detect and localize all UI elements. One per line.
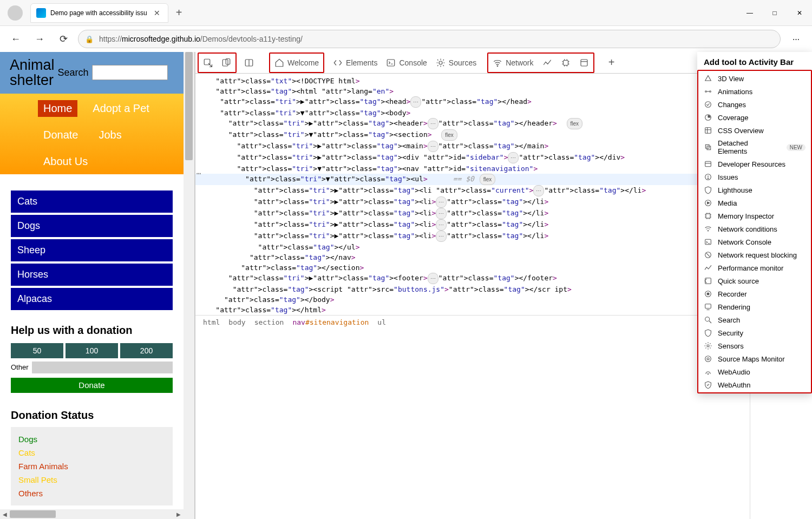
popup-item-changes[interactable]: Changes	[698, 98, 811, 111]
breadcrumb-nav[interactable]: nav#sitenavigation	[292, 317, 369, 327]
dom-line-20[interactable]: "attr">class="tag"></body>	[195, 294, 750, 305]
devtools-tab-elements[interactable]: Elements	[329, 53, 382, 73]
dom-line-0[interactable]: "attr">class="txt"><!DOCTYPE html>	[195, 76, 750, 86]
popup-item-lighthouse[interactable]: Lighthouse	[698, 183, 811, 196]
dom-line-9[interactable]: "attr">class="tri">▼"attr">class="tag"><…	[195, 174, 750, 185]
dom-line-12[interactable]: "attr">class="tri">▶"attr">class="tag"><…	[195, 208, 750, 219]
popup-item-security[interactable]: Security	[698, 326, 811, 339]
horizontal-scrollbar[interactable]: ◀▶	[0, 509, 184, 519]
profile-avatar[interactable]	[8, 5, 23, 21]
sidebar-item-horses[interactable]: Horses	[11, 264, 173, 286]
dom-line-2[interactable]: "attr">class="tri">▶"attr">class="tag"><…	[195, 96, 750, 108]
devtools-tab-memory[interactable]	[556, 53, 575, 73]
popup-item-search[interactable]: Search	[698, 313, 811, 326]
browser-tab[interactable]: Demo page with accessibility issu ✕	[30, 3, 168, 23]
popup-item-network-console[interactable]: Network Console	[698, 235, 811, 248]
popup-item-network-conditions[interactable]: Network conditions	[698, 222, 811, 235]
popup-item-webauthn[interactable]: WebAuthn	[698, 378, 811, 391]
breadcrumb-body[interactable]: body	[228, 317, 245, 327]
dom-gutter-actions-icon[interactable]: ⋯	[197, 168, 201, 179]
devtools-tab-network[interactable]: Network	[488, 53, 538, 73]
popup-item-network-request-blocking[interactable]: Network request blocking	[698, 248, 811, 261]
breadcrumb-ul[interactable]: ul	[377, 317, 386, 327]
popup-item-css-overview[interactable]: CSS Overview	[698, 124, 811, 137]
donate-amount-50[interactable]: 50	[11, 343, 63, 358]
window-minimize-button[interactable]: —	[737, 2, 762, 24]
devtools-tab-sources[interactable]: Sources	[431, 53, 481, 73]
nav-item-about-us[interactable]: About Us	[38, 153, 93, 170]
donate-amount-100[interactable]: 100	[66, 343, 118, 358]
popup-item-recorder[interactable]: Recorder	[698, 287, 811, 300]
add-tool-button[interactable]: +	[602, 53, 621, 73]
vertical-scrollbar[interactable]	[184, 52, 194, 519]
donate-amount-200[interactable]: 200	[120, 343, 173, 358]
browser-menu-button[interactable]: ⋯	[786, 29, 806, 49]
dom-line-19[interactable]: "attr">class="tag"><script "attr">src="b…	[195, 284, 750, 294]
page-header: Animalshelter Search	[0, 52, 184, 94]
reload-button[interactable]: ⟳	[54, 30, 73, 48]
dom-line-1[interactable]: "attr">class="tag"><html "attr">lang="en…	[195, 86, 750, 96]
dom-line-18[interactable]: "attr">class="tri">▶"attr">class="tag"><…	[195, 273, 750, 284]
dom-line-21[interactable]: "attr">class="tag"></html>	[195, 305, 750, 315]
new-tab-button[interactable]: +	[176, 6, 182, 19]
dock-side-button[interactable]	[240, 53, 258, 73]
nav-item-donate[interactable]: Donate	[38, 127, 84, 143]
donate-button[interactable]: Donate	[11, 378, 173, 393]
devtools-tab-console[interactable]: Console	[382, 53, 431, 73]
popup-item-webaudio[interactable]: WebAudio	[698, 365, 811, 378]
dom-line-6[interactable]: "attr">class="tri">▶"attr">class="tag"><…	[195, 141, 750, 152]
nav-item-home[interactable]: Home	[38, 100, 77, 117]
dom-tree[interactable]: ⋯ "attr">class="txt"><!DOCTYPE html> "at…	[195, 74, 750, 519]
popup-item-issues[interactable]: Issues	[698, 170, 811, 183]
svg-point-15	[705, 102, 711, 108]
popup-item-3d-view[interactable]: 3D View	[698, 72, 811, 85]
nav-item-jobs[interactable]: Jobs	[94, 127, 127, 143]
inspect-element-button[interactable]	[199, 53, 217, 73]
popup-item-animations[interactable]: Animations	[698, 85, 811, 98]
forward-button[interactable]: →	[30, 30, 49, 48]
devtools-tab-performance[interactable]	[538, 53, 556, 73]
svg-rect-8	[563, 60, 568, 65]
popup-item-source-maps-monitor[interactable]: Source Maps Monitor	[698, 352, 811, 365]
dom-line-15[interactable]: "attr">class="tag"></ul>	[195, 242, 750, 252]
popup-item-memory-inspector[interactable]: Memory Inspector	[698, 209, 811, 222]
popup-item-detached-elements[interactable]: Detached ElementsNEW	[698, 137, 811, 157]
devtools-tab-application[interactable]	[575, 53, 593, 73]
dom-line-5[interactable]: "attr">class="tri">▼"attr">class="tag"><…	[195, 129, 750, 141]
popup-item-rendering[interactable]: Rendering	[698, 300, 811, 313]
dom-line-8[interactable]: "attr">class="tri">▼"attr">class="tag"><…	[195, 163, 750, 174]
popup-item-performance-monitor[interactable]: Performance monitor	[698, 261, 811, 274]
breadcrumb-section[interactable]: section	[254, 317, 284, 327]
back-button[interactable]: ←	[6, 30, 25, 48]
address-bar[interactable]: 🔒 https://microsoftedge.github.io/Demos/…	[78, 30, 781, 48]
other-amount-input[interactable]	[32, 362, 173, 373]
status-dogs: Dogs	[18, 435, 165, 444]
popup-item-quick-source[interactable]: Quick source	[698, 274, 811, 287]
devtools-tab-welcome[interactable]: Welcome	[270, 53, 323, 73]
sidebar-item-sheep[interactable]: Sheep	[11, 239, 173, 261]
sidebar-item-cats[interactable]: Cats	[11, 190, 173, 213]
popup-item-media[interactable]: Media	[698, 196, 811, 209]
dom-line-10[interactable]: "attr">class="tri">▶"attr">class="tag"><…	[195, 185, 750, 196]
dom-line-11[interactable]: "attr">class="tri">▶"attr">class="tag"><…	[195, 196, 750, 208]
window-close-button[interactable]: ✕	[787, 2, 812, 24]
popup-item-coverage[interactable]: Coverage	[698, 111, 811, 124]
dom-line-7[interactable]: "attr">class="tri">▶"attr">class="tag"><…	[195, 152, 750, 163]
dom-line-13[interactable]: "attr">class="tri">▶"attr">class="tag"><…	[195, 219, 750, 231]
breadcrumb-html[interactable]: html	[203, 317, 220, 327]
popup-item-developer-resources[interactable]: Developer Resources	[698, 157, 811, 170]
dom-line-3[interactable]: "attr">class="tri">▼"attr">class="tag"><…	[195, 108, 750, 118]
dom-line-16[interactable]: "attr">class="tag"></nav>	[195, 252, 750, 262]
nav-item-adopt-a-pet[interactable]: Adopt a Pet	[87, 100, 155, 117]
dom-breadcrumb[interactable]: html body section nav#sitenavigation ul	[195, 315, 750, 329]
sidebar-item-alpacas[interactable]: Alpacas	[11, 288, 173, 310]
device-toolbar-button[interactable]	[217, 53, 235, 73]
dom-line-17[interactable]: "attr">class="tag"></section>	[195, 262, 750, 273]
search-input[interactable]	[92, 65, 168, 80]
tab-close-button[interactable]: ✕	[152, 8, 162, 18]
window-maximize-button[interactable]: □	[762, 2, 787, 24]
sidebar-item-dogs[interactable]: Dogs	[11, 215, 173, 237]
dom-line-14[interactable]: "attr">class="tri">▶"attr">class="tag"><…	[195, 231, 750, 242]
popup-item-sensors[interactable]: Sensors	[698, 339, 811, 352]
dom-line-4[interactable]: "attr">class="tri">▶"attr">class="tag"><…	[195, 118, 750, 129]
